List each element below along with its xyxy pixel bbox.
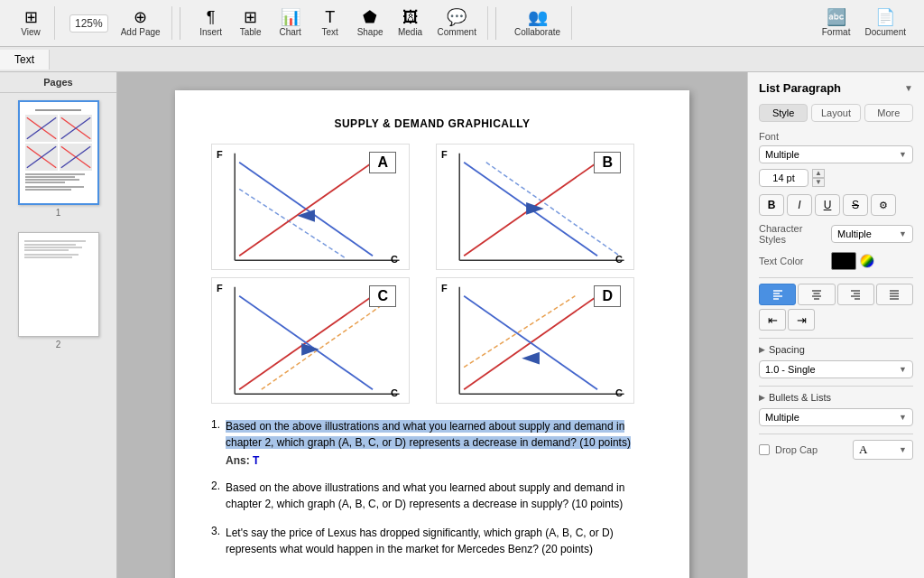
color-wheel-icon[interactable] (860, 254, 874, 268)
questions-section: 1. Based on the above illustrations and … (211, 418, 653, 557)
shape-button[interactable]: ⬟ Shape (352, 6, 389, 40)
page-thumbnail-2 (18, 232, 99, 337)
ans-cursor-1: T (253, 454, 259, 467)
text-color-row: Text Color (759, 252, 913, 270)
bullets-label: Bullets & Lists (769, 392, 831, 403)
document-title: SUPPLY & DEMAND GRAPHICALLY (211, 117, 653, 130)
align-center-button[interactable] (798, 284, 835, 305)
svg-line-23 (262, 296, 395, 390)
tab-text[interactable]: Text (0, 50, 50, 70)
graph-d: F C D (436, 277, 634, 404)
char-styles-select[interactable]: Multiple ▼ (831, 225, 913, 243)
format-chevron-icon[interactable]: ▼ (904, 83, 913, 93)
font-size-up[interactable]: ▲ (812, 169, 825, 178)
font-size-box[interactable]: 14 pt (759, 169, 808, 187)
divider-2 (759, 338, 913, 339)
zoom-group: 125% ⊕ Add Page (59, 6, 172, 40)
zoom-value[interactable]: 125% (69, 14, 108, 33)
view-label: View (21, 27, 41, 37)
tab-more[interactable]: More (864, 104, 913, 122)
spacing-select[interactable]: 1.0 - Single ▼ (759, 360, 913, 378)
strikethrough-button[interactable]: S (843, 194, 868, 216)
graph-d-label: D (594, 285, 621, 307)
text-color-swatch[interactable] (831, 252, 856, 270)
media-icon: 🖼 (402, 9, 419, 25)
font-size-row: 14 pt ▲ ▼ (759, 169, 913, 187)
main-toolbar: ⊞ View 125% ⊕ Add Page ¶ Insert ⊞ Table … (0, 0, 924, 47)
indent-more-button[interactable]: ⇥ (788, 309, 815, 331)
divider-4 (759, 434, 913, 434)
style-tabs-row: Style Layout More (759, 104, 913, 122)
text-format-row: B I U S ⚙ (759, 194, 913, 216)
svg-line-17 (486, 163, 620, 256)
document-page: SUPPLY & DEMAND GRAPHICALLY F C A (175, 90, 689, 578)
drop-cap-arrow-icon: ▼ (899, 445, 907, 454)
document-button[interactable]: 📄 Document (859, 6, 911, 40)
tab-style[interactable]: Style (759, 104, 808, 122)
format-title-row: List Paragraph ▼ (759, 81, 913, 95)
font-size-stepper[interactable]: ▲ ▼ (812, 169, 825, 187)
document-canvas[interactable]: SUPPLY & DEMAND GRAPHICALLY F C A (117, 72, 747, 578)
bullets-collapsible[interactable]: ▶ Bullets & Lists (759, 392, 913, 403)
add-page-icon: ⊕ (134, 9, 147, 25)
graph-c-label-text: C (369, 285, 396, 307)
question-1-text: Based on the above illustrations and wha… (226, 420, 631, 449)
main-area: Pages (0, 72, 924, 578)
media-button[interactable]: 🖼 Media (393, 6, 429, 40)
indent-less-button[interactable]: ⇤ (759, 309, 786, 331)
drop-cap-row: Drop Cap A ▼ (759, 440, 913, 460)
graph-d-c-label: C (615, 387, 623, 398)
font-family-arrow-icon: ▼ (899, 150, 907, 159)
char-styles-value: Multiple (837, 228, 872, 239)
align-justify-button[interactable] (876, 284, 913, 305)
question-3-text: Let's say the price of Lexus has dropped… (226, 525, 653, 557)
drop-cap-preview[interactable]: A ▼ (853, 440, 913, 460)
italic-button[interactable]: I (787, 194, 812, 216)
view-button[interactable]: ⊞ View (13, 6, 49, 40)
table-button[interactable]: ⊞ Table (233, 6, 269, 40)
chart-button[interactable]: 📊 Chart (273, 6, 309, 40)
font-size-down[interactable]: ▼ (812, 178, 825, 187)
zoom-button[interactable]: 125% (64, 12, 114, 35)
spacing-collapse-arrow-icon: ▶ (759, 345, 765, 354)
comment-icon: 💬 (447, 9, 467, 25)
page-thumb-1[interactable]: 1 (18, 100, 99, 218)
align-left-button[interactable] (759, 284, 796, 305)
text-format-gear-button[interactable]: ⚙ (871, 194, 896, 216)
answer-1-line: Ans: T (226, 454, 653, 467)
alignment-row (759, 284, 913, 305)
bullets-arrow-icon: ▼ (899, 413, 907, 422)
format-doc-group: 🔤 Format 📄 Document (811, 6, 917, 40)
graph-a-label: A (369, 152, 396, 173)
table-icon: ⊞ (244, 9, 257, 25)
spacing-collapsible[interactable]: ▶ Spacing (759, 344, 913, 355)
drop-cap-checkbox[interactable] (759, 444, 770, 455)
add-page-button[interactable]: ⊕ Add Page (116, 6, 166, 40)
question-3-num: 3. (211, 525, 220, 557)
chart-icon: 📊 (281, 9, 300, 25)
font-family-value: Multiple (765, 149, 799, 160)
question-1-body: Based on the above illustrations and wha… (226, 418, 653, 467)
bullets-select[interactable]: Multiple ▼ (759, 408, 913, 426)
question-1-highlighted: Based on the above illustrations and wha… (226, 420, 631, 449)
bold-button[interactable]: B (759, 194, 784, 216)
text-button[interactable]: T Text (312, 6, 348, 40)
format-button[interactable]: 🔤 Format (817, 6, 856, 40)
spacing-value-row: 1.0 - Single ▼ (759, 360, 913, 378)
font-label: Font (759, 131, 913, 142)
align-right-button[interactable] (837, 284, 874, 305)
collaborate-group: 👥 Collaborate (504, 6, 572, 40)
graph-d-f-label: F (441, 283, 448, 294)
graph-b-f-label: F (441, 149, 448, 160)
font-family-select[interactable]: Multiple ▼ (759, 145, 913, 163)
collaborate-button[interactable]: 👥 Collaborate (509, 6, 566, 40)
tab-layout[interactable]: Layout (811, 104, 860, 122)
question-3: 3. Let's say the price of Lexus has drop… (211, 525, 653, 557)
comment-button[interactable]: 💬 Comment (432, 6, 482, 40)
view-group: ⊞ View (7, 6, 55, 40)
insert-button[interactable]: ¶ Insert (193, 6, 229, 40)
insert-icon: ¶ (207, 9, 216, 25)
page-thumb-2[interactable]: 2 (18, 232, 99, 350)
underline-button[interactable]: U (815, 194, 840, 216)
collaborate-icon: 👥 (528, 9, 548, 25)
